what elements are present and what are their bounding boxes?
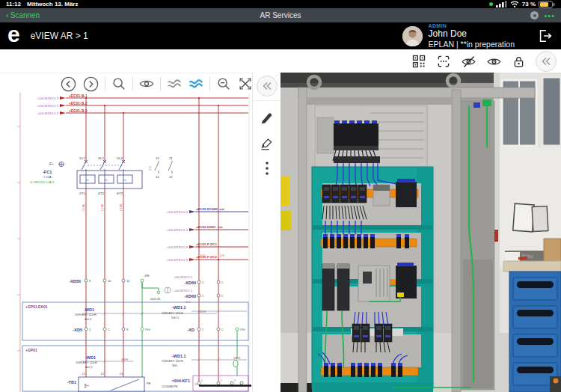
svg-text:+006.MTE1/1.9: +006.MTE1/1.9 — [166, 258, 188, 262]
svg-text:2: 2 — [202, 294, 204, 298]
breaker-row — [333, 120, 380, 163]
redline-on-button[interactable] — [188, 76, 204, 92]
svg-text:-XD: -XD — [188, 328, 195, 332]
svg-text:-WD1.1: -WD1.1 — [172, 305, 186, 310]
collapse-right-panel-button[interactable] — [536, 51, 557, 72]
svg-text:2/T1: 2/T1 — [79, 192, 86, 195]
ar-nav-bar: ‹ Scannen AR Services ••• — [0, 8, 561, 22]
svg-text:3G1: 3G1 — [172, 364, 177, 367]
svg-text:PE4: PE4 — [145, 328, 150, 331]
svg-text:-FC1: -FC1 — [43, 170, 52, 174]
eye-icon — [138, 76, 155, 92]
svg-text:1,5 BK: 1,5 BK — [101, 204, 104, 211]
chevron-left-icon: ‹ — [6, 11, 9, 19]
svg-text:22: 22 — [169, 175, 173, 179]
zoom-fit-button[interactable] — [237, 76, 254, 92]
hide-overlay-button[interactable] — [461, 54, 476, 70]
svg-text:L1: L1 — [82, 373, 85, 376]
svg-text:GNYE: GNYE — [121, 358, 128, 361]
svg-text:L2: L2 — [101, 373, 104, 376]
user-name: John Doe — [429, 29, 515, 40]
ar-photo — [280, 73, 561, 392]
pen-tool-button[interactable] — [259, 110, 275, 126]
svg-text:F~: F~ — [49, 162, 54, 166]
svg-text:4x1,5: 4x1,5 — [85, 318, 91, 321]
phase-lines — [66, 98, 248, 382]
vertical-dots-icon — [260, 161, 274, 176]
highlighter-tool-button[interactable] — [259, 135, 275, 152]
wave-icon — [166, 76, 183, 92]
svg-text:9: 9 — [89, 279, 91, 283]
qr-code-icon — [411, 54, 426, 69]
svg-text:I>: I> — [105, 178, 108, 182]
page-next-button[interactable] — [82, 76, 99, 93]
show-overlay-button[interactable] — [486, 54, 502, 70]
logout-icon — [537, 28, 554, 44]
svg-text:3: 3 — [234, 379, 236, 382]
recording-dot-icon — [489, 2, 493, 6]
schematic-toolbar — [60, 74, 275, 94]
workbench — [503, 239, 561, 392]
session-indicator-icon[interactable] — [530, 11, 539, 19]
svg-text:-XD5: -XD5 — [73, 328, 82, 332]
eplan-logo: e — [7, 23, 20, 46]
svg-text:1/L1: 1/L1 — [79, 156, 86, 160]
svg-text:+006.MTE1/1.3: +006.MTE1/1.3 — [174, 276, 192, 279]
svg-text:+006.MTE1/1.9: +006.MTE1/1.9 — [37, 97, 58, 100]
expand-icon — [237, 76, 254, 92]
svg-text:ÖLFLEX® 120 H: ÖLFLEX® 120 H — [162, 360, 183, 363]
fc1-breaker[interactable]: 1/L13/L25/L3 2/T14/T26/T3 I> — [30, 156, 173, 195]
phase-labels: +EC01-3L1 +EC01-3L2 +EC01-3L3 — [69, 94, 88, 113]
svg-text:-U01:25: -U01:25 — [150, 297, 161, 301]
app-header: e eVIEW AR > 1 ADMIN John Doe EPLAN | **… — [0, 22, 561, 49]
svg-text:=004-KF1: =004-KF1 — [171, 379, 190, 383]
back-button[interactable]: ‹ Scannen — [6, 11, 40, 19]
svg-text:ÖLFLEX® 120 H: ÖLFLEX® 120 H — [162, 312, 183, 315]
qr-code-button[interactable] — [411, 54, 426, 69]
lock-button[interactable] — [512, 55, 526, 69]
avatar[interactable] — [402, 26, 423, 46]
svg-text:CU240M PN: CU240M PN — [162, 385, 178, 388]
svg-text:+006.MTE1/1.9: +006.MTE1/1.9 — [166, 228, 188, 232]
battery-icon — [539, 1, 555, 8]
svg-text:2: 2 — [202, 281, 204, 284]
picture-frames — [513, 203, 548, 232]
svg-text:6/T3: 6/T3 — [117, 192, 123, 195]
svg-text:PE: PE — [147, 382, 151, 385]
ar-toolbar — [411, 51, 557, 72]
collapse-tools-button[interactable] — [257, 76, 278, 97]
svg-text:1,5 BK: 1,5 BK — [82, 204, 85, 211]
xd50-terminals[interactable]: -XD50 91011 2PE -U01:25 — [69, 275, 171, 301]
svg-text:0,75: 0,75 — [220, 254, 224, 257]
zoom-out-button[interactable] — [215, 76, 232, 92]
scan-frame-icon — [436, 54, 451, 69]
highlighter-icon — [259, 135, 275, 152]
logout-button[interactable] — [537, 28, 554, 44]
page-prev-button[interactable] — [60, 76, 77, 93]
location-box-gp01-ek01: +GP01.EK01 -WD1 ÖLFLEX® 120 H 4x1,5 GNYE… — [22, 302, 248, 340]
svg-text:3: 3 — [126, 328, 129, 331]
dc-labels: +EC01-DC24V_ext +EC01-0VDC_ext +EC01-F-D… — [196, 207, 224, 259]
double-chevron-left-icon — [262, 82, 272, 91]
svg-text:+EC01-DC24V_ext: +EC01-DC24V_ext — [196, 207, 224, 211]
more-tools-button[interactable] — [260, 161, 274, 176]
schematic-viewer[interactable]: +006.MTE1/1.9 +006.MTE1/1.9 +006.MTE1/1.… — [0, 93, 252, 392]
svg-text:-XD60: -XD60 — [184, 281, 196, 285]
svg-text:+EC01-3L3: +EC01-3L3 — [69, 109, 88, 113]
search-button[interactable] — [111, 76, 127, 92]
svg-text:5: 5 — [221, 281, 224, 284]
breadcrumb[interactable]: eVIEW AR > 1 — [31, 31, 88, 41]
xd60-terminals[interactable]: +006.MTE1/1.3 -XD60 +006.MTE1/1.3 -XD60 … — [174, 276, 224, 304]
schematic-page[interactable]: +006.MTE1/1.9 +006.MTE1/1.9 +006.MTE1/1.… — [0, 93, 252, 392]
scan-frame-button[interactable] — [436, 54, 451, 69]
svg-text:10: 10 — [108, 279, 111, 283]
view-layers-button[interactable] — [138, 76, 155, 92]
svg-text:+006.MTE1/1.3: +006.MTE1/1.3 — [174, 290, 192, 293]
double-chevron-left-icon — [541, 57, 551, 66]
redline-off-button[interactable] — [166, 76, 183, 92]
back-label: Scannen — [10, 11, 40, 19]
ar-camera-view[interactable] — [280, 73, 561, 392]
svg-text:1: 1 — [201, 379, 203, 382]
wave-active-icon — [188, 76, 204, 92]
svg-text:2: 2 — [108, 328, 110, 331]
